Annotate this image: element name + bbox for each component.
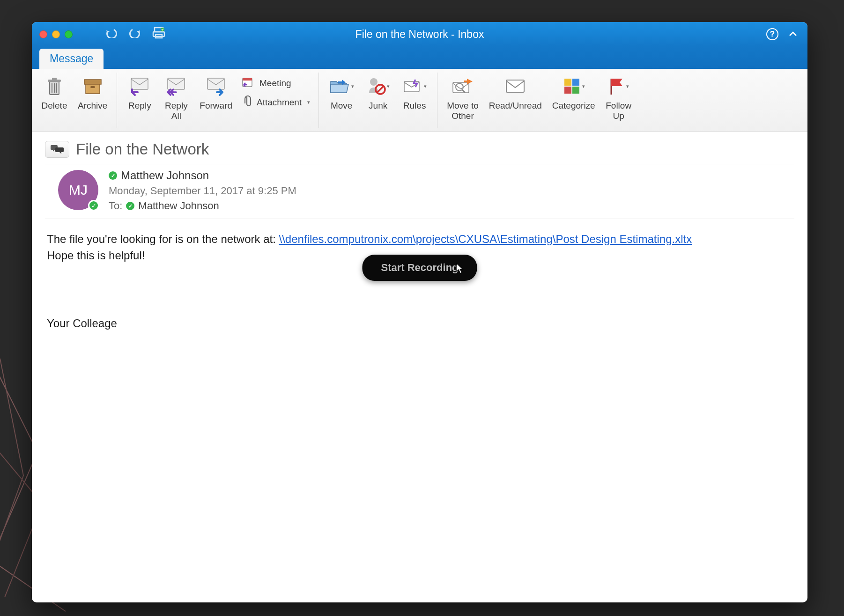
categorize-label: Categorize xyxy=(552,101,595,111)
titlebar: File on the Network - Inbox ? xyxy=(32,22,807,46)
svg-rect-12 xyxy=(90,86,95,88)
outlook-window: File on the Network - Inbox ? Message De… xyxy=(32,22,807,602)
delete-button[interactable]: Delete xyxy=(38,73,70,113)
follow-up-button[interactable]: ▾ Follow Up xyxy=(603,73,635,123)
reply-all-label-1: Reply xyxy=(165,101,188,111)
trash-icon xyxy=(45,74,64,98)
to-label: To: xyxy=(109,200,122,212)
forward-label: Forward xyxy=(200,101,232,111)
archive-button[interactable]: Archive xyxy=(75,73,110,113)
attachment-label: Attachment xyxy=(257,97,302,108)
chevron-down-icon: ▾ xyxy=(626,83,629,89)
junk-button[interactable]: ▾ Junk xyxy=(362,73,394,113)
ribbon: Delete Archive Reply xyxy=(32,69,807,132)
undo-icon[interactable] xyxy=(105,28,118,41)
flag-icon: ▾ xyxy=(608,74,629,98)
conversation-icon[interactable] xyxy=(45,141,69,158)
move-button[interactable]: ▾ Move xyxy=(326,73,357,113)
read-unread-button[interactable]: Read/Unread xyxy=(486,73,545,113)
move-to-other-label-2: Other xyxy=(447,111,479,121)
sent-date: Monday, September 11, 2017 at 9:25 PM xyxy=(109,185,296,197)
meeting-icon xyxy=(242,76,255,90)
presence-icon: ✓ xyxy=(126,202,134,210)
avatar[interactable]: MJ ✓ xyxy=(58,170,98,210)
print-icon[interactable] xyxy=(152,27,165,42)
ribbon-group-tags: Move to Other Read/Unread ▾ Categorize xyxy=(437,73,641,128)
cursor-icon xyxy=(456,263,465,278)
close-window-button[interactable] xyxy=(39,30,47,38)
tab-message[interactable]: Message xyxy=(39,49,104,69)
attachment-button[interactable]: Attachment ▾ xyxy=(240,95,312,110)
follow-up-label-2: Up xyxy=(606,111,631,121)
chevron-down-icon: ▾ xyxy=(351,83,354,89)
reply-icon xyxy=(128,74,151,98)
categorize-icon: ▾ xyxy=(563,74,585,98)
rules-icon: ▾ xyxy=(402,74,427,98)
help-icon[interactable]: ? xyxy=(766,28,778,40)
svg-rect-25 xyxy=(506,80,524,92)
network-path-link[interactable]: \\denfiles.computronix.com\projects\CXUS… xyxy=(279,233,692,245)
minimize-window-button[interactable] xyxy=(52,30,60,38)
redo-icon[interactable] xyxy=(129,28,141,41)
svg-rect-28 xyxy=(564,87,571,94)
svg-rect-13 xyxy=(131,78,148,89)
categorize-button[interactable]: ▾ Categorize xyxy=(549,73,598,113)
rules-button[interactable]: ▾ Rules xyxy=(399,73,430,113)
reply-all-button[interactable]: Reply All xyxy=(160,73,192,123)
ribbon-group-move: ▾ Move ▾ Junk ▾ Rules xyxy=(319,73,437,128)
move-to-other-icon xyxy=(451,74,474,98)
svg-rect-14 xyxy=(168,78,185,89)
forward-button[interactable]: Forward xyxy=(197,73,235,113)
chevron-down-icon: ▾ xyxy=(387,83,390,89)
body-prefix: The file you're looking for is on the ne… xyxy=(47,233,279,245)
body-line-1: The file you're looking for is on the ne… xyxy=(47,231,792,248)
delete-label: Delete xyxy=(42,101,67,111)
rules-label: Rules xyxy=(403,101,426,111)
presence-icon: ✓ xyxy=(109,171,117,180)
signature: Your Colleage xyxy=(47,315,792,332)
maximize-window-button[interactable] xyxy=(65,30,73,38)
svg-rect-17 xyxy=(243,78,252,81)
svg-point-18 xyxy=(370,78,378,86)
avatar-initials: MJ xyxy=(69,182,88,198)
svg-rect-27 xyxy=(572,79,579,86)
meeting-button[interactable]: Meeting xyxy=(240,75,312,91)
svg-rect-26 xyxy=(564,79,571,86)
window-controls xyxy=(39,30,73,38)
junk-label: Junk xyxy=(369,101,387,111)
message-meta: MJ ✓ ✓ Matthew Johnson Monday, September… xyxy=(45,164,794,219)
meeting-label: Meeting xyxy=(259,78,291,88)
read-unread-label: Read/Unread xyxy=(489,101,542,111)
ribbon-group-delete: Delete Archive xyxy=(32,73,117,128)
reply-all-label-2: All xyxy=(165,111,188,121)
attachment-icon xyxy=(242,95,252,109)
forward-icon xyxy=(205,74,227,98)
presence-badge-icon: ✓ xyxy=(88,200,99,211)
reply-label: Reply xyxy=(128,101,151,111)
reply-button[interactable]: Reply xyxy=(124,73,155,113)
message-body: The file you're looking for is on the ne… xyxy=(32,219,807,602)
svg-rect-29 xyxy=(572,87,579,94)
svg-rect-11 xyxy=(86,84,100,94)
chevron-down-icon: ▾ xyxy=(424,83,427,89)
to-recipient[interactable]: Matthew Johnson xyxy=(138,200,219,212)
read-unread-icon xyxy=(504,74,526,98)
sender-name[interactable]: Matthew Johnson xyxy=(121,169,209,182)
ribbon-tabs: Message xyxy=(32,46,807,69)
subject-text: File on the Network xyxy=(76,140,209,158)
svg-rect-6 xyxy=(52,78,57,80)
ribbon-group-respond: Reply Reply All Forward xyxy=(117,73,319,128)
follow-up-label-1: Follow xyxy=(606,101,631,111)
to-line: To: ✓ Matthew Johnson xyxy=(109,200,296,212)
archive-label: Archive xyxy=(78,101,107,111)
quick-access-toolbar xyxy=(105,27,165,42)
collapse-ribbon-icon[interactable] xyxy=(789,29,797,39)
junk-icon: ▾ xyxy=(366,74,390,98)
svg-line-20 xyxy=(377,86,384,93)
chevron-down-icon: ▾ xyxy=(582,83,585,89)
subject-bar: File on the Network xyxy=(32,132,807,164)
move-to-other-button[interactable]: Move to Other xyxy=(444,73,481,123)
window-title: File on the Network - Inbox xyxy=(355,28,484,41)
start-recording-label: Start Recording xyxy=(381,262,458,273)
sender-line: ✓ Matthew Johnson xyxy=(109,169,296,182)
